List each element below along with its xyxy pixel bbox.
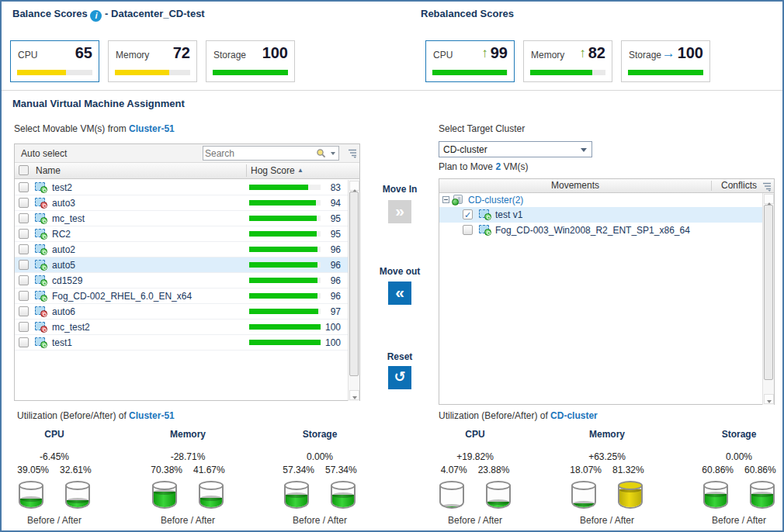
movement-vm-row[interactable]: ✓test v1 (439, 207, 762, 223)
plan-vm-count: 2 (495, 161, 501, 172)
vm-checkbox[interactable] (19, 337, 29, 347)
hog-score-bar (249, 262, 321, 268)
cylinder-top (152, 481, 177, 490)
vm-checkbox[interactable] (19, 260, 29, 270)
column-chooser-icon[interactable] (347, 148, 358, 158)
hog-score-column-header[interactable]: Hog Score ▲ (251, 165, 304, 176)
movement-vm-checkbox[interactable]: ✓ (463, 209, 473, 219)
hog-score-bar (249, 200, 321, 206)
scrollbar-thumb[interactable] (764, 205, 773, 380)
vm-icon (35, 213, 45, 222)
score-card-storage[interactable]: Storage→100 (621, 40, 710, 82)
utilization-cylinder (750, 481, 775, 512)
hog-score-value: 96 (331, 260, 341, 271)
search-options-caret-icon[interactable] (331, 152, 335, 157)
movements-column-header[interactable]: Movements (439, 180, 711, 191)
vm-checkbox[interactable] (19, 182, 29, 192)
sort-ascending-icon: ▲ (297, 167, 304, 174)
move-in-button[interactable]: » (388, 200, 411, 223)
cluster-tree-row[interactable]: CD-cluster(2) (439, 193, 762, 207)
select-all-checkbox[interactable] (19, 165, 29, 175)
hog-score-value: 96 (331, 244, 341, 255)
scrollbar-thumb[interactable] (349, 192, 359, 376)
vm-checkbox[interactable] (19, 306, 29, 316)
search-icon[interactable] (316, 148, 326, 158)
cylinder-fill (705, 494, 727, 507)
vm-checkbox[interactable] (19, 229, 29, 239)
vm-power-on-icon (484, 213, 491, 220)
utilization-cylinder (65, 481, 90, 512)
plan-prefix: Plan to Move (439, 161, 493, 172)
vm-row[interactable]: Fog_CD-002_RHEL_6.0_EN_x6496 (15, 288, 349, 304)
score-card-storage[interactable]: Storage100 (206, 40, 295, 82)
scroll-up-button[interactable] (349, 181, 359, 191)
cylinders (689, 481, 784, 512)
vm-checkbox[interactable] (19, 244, 29, 254)
utilization-title-text: Utilization (Before/After) of (439, 410, 548, 421)
movement-vm-row[interactable]: Fog_CD-003_Win2008_R2_ENT_SP1_x86_64 (439, 223, 762, 238)
hog-score-bar (249, 309, 321, 314)
column-separator[interactable] (711, 181, 712, 191)
vm-checkbox[interactable] (19, 291, 29, 301)
scroll-down-button[interactable] (349, 390, 359, 400)
cylinders (557, 481, 657, 512)
after-value: 41.67% (193, 465, 225, 475)
vm-checkbox[interactable] (19, 198, 29, 208)
cylinder-fill (67, 500, 88, 507)
collapse-icon[interactable] (442, 196, 449, 203)
vm-rows-container: test283auto394mc_test95RC295auto296auto5… (15, 180, 349, 399)
vm-row[interactable]: mc_test95 (15, 211, 349, 226)
vm-row[interactable]: test1100 (15, 335, 349, 351)
score-card-cpu[interactable]: CPU65 (10, 40, 99, 82)
score-bar (213, 70, 288, 75)
vm-name: test1 (52, 337, 72, 348)
utilization-cylinder (703, 481, 728, 512)
name-column-header[interactable]: Name (36, 165, 61, 176)
conflicts-column-header[interactable]: Conflicts (721, 180, 757, 191)
score-card-memory[interactable]: Memory↑82 (523, 40, 612, 82)
vm-row[interactable]: mc_test2100 (15, 320, 349, 335)
vm-row[interactable]: test283 (15, 180, 349, 195)
arrow-up-icon: ↑ (481, 47, 488, 60)
column-chooser-icon[interactable] (761, 181, 772, 192)
reset-button[interactable]: ↺ (388, 366, 411, 389)
vm-name: test v1 (495, 209, 522, 220)
scroll-up-button[interactable] (764, 194, 774, 204)
movements-table: Movements Conflicts CD-cluster(2) ✓test … (439, 178, 775, 405)
target-cluster-dropdown[interactable]: CD-cluster (439, 141, 592, 157)
vm-row[interactable]: RC295 (15, 226, 349, 242)
hog-score-value: 96 (331, 291, 341, 302)
movements-scrollbar[interactable] (762, 193, 774, 405)
column-separator[interactable] (246, 164, 247, 177)
vm-row[interactable]: auto394 (15, 195, 349, 211)
auto-select-button[interactable]: Auto select (21, 148, 67, 159)
before-after-caption: Before / After (4, 515, 105, 526)
vm-row[interactable]: auto697 (15, 304, 349, 320)
manual-assignment-heading: Manual Virtual Machine Assignment (12, 98, 185, 109)
vm-power-off-icon (40, 326, 47, 333)
search-input[interactable] (205, 147, 304, 159)
vm-row[interactable]: auto596 (15, 257, 349, 273)
vm-table-scrollbar[interactable] (348, 180, 359, 401)
metric-name: Memory (137, 429, 238, 440)
scroll-down-button[interactable] (764, 394, 774, 404)
move-out-button[interactable]: « (388, 282, 411, 305)
metric-before-after-values: 4.07%23.88% (425, 465, 526, 475)
score-card-value-group: 65 (75, 44, 92, 62)
vm-row[interactable]: cd152996 (15, 273, 349, 288)
vm-checkbox[interactable] (19, 322, 29, 332)
search-box (203, 146, 339, 161)
balance-scores-heading: Balance Scores i - Datacenter_CD-test (12, 8, 205, 22)
info-icon[interactable]: i (90, 10, 102, 22)
score-card-memory[interactable]: Memory72 (108, 40, 197, 82)
vm-checkbox[interactable] (19, 275, 29, 285)
cylinder-top (19, 481, 43, 490)
score-card-cpu[interactable]: CPU↑99 (425, 40, 515, 82)
cylinder-fill (286, 495, 307, 507)
movement-vm-checkbox[interactable] (463, 225, 473, 235)
hog-score-bar (249, 185, 321, 190)
cylinder-top (284, 481, 309, 490)
score-bar (115, 70, 190, 75)
vm-checkbox[interactable] (19, 213, 29, 223)
vm-row[interactable]: auto296 (15, 242, 349, 257)
